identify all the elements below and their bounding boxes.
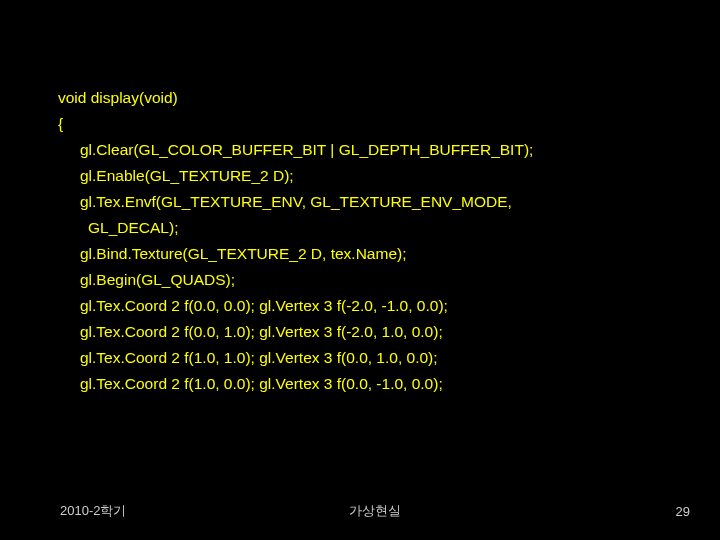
code-block: void display(void) { gl.Clear(GL_COLOR_B… [58, 85, 690, 397]
code-line: gl.Tex.Envf(GL_TEXTURE_ENV, GL_TEXTURE_E… [58, 189, 690, 215]
footer-semester: 2010-2학기 [60, 502, 270, 520]
code-line: gl.Enable(GL_TEXTURE_2 D); [58, 163, 690, 189]
code-line: gl.Tex.Coord 2 f(1.0, 1.0); gl.Vertex 3 … [58, 345, 690, 371]
code-line: gl.Tex.Coord 2 f(0.0, 0.0); gl.Vertex 3 … [58, 293, 690, 319]
code-line: gl.Clear(GL_COLOR_BUFFER_BIT | GL_DEPTH_… [58, 137, 690, 163]
footer-title: 가상현실 [270, 502, 480, 520]
code-line: gl.Bind.Texture(GL_TEXTURE_2 D, tex.Name… [58, 241, 690, 267]
code-line: gl.Tex.Coord 2 f(1.0, 0.0); gl.Vertex 3 … [58, 371, 690, 397]
code-line: gl.Begin(GL_QUADS); [58, 267, 690, 293]
code-line: GL_DECAL); [58, 215, 690, 241]
page-number: 29 [480, 504, 690, 519]
code-line: gl.Tex.Coord 2 f(0.0, 1.0); gl.Vertex 3 … [58, 319, 690, 345]
code-line: { [58, 111, 690, 137]
code-line: void display(void) [58, 85, 690, 111]
footer: 2010-2학기 가상현실 29 [0, 502, 720, 520]
